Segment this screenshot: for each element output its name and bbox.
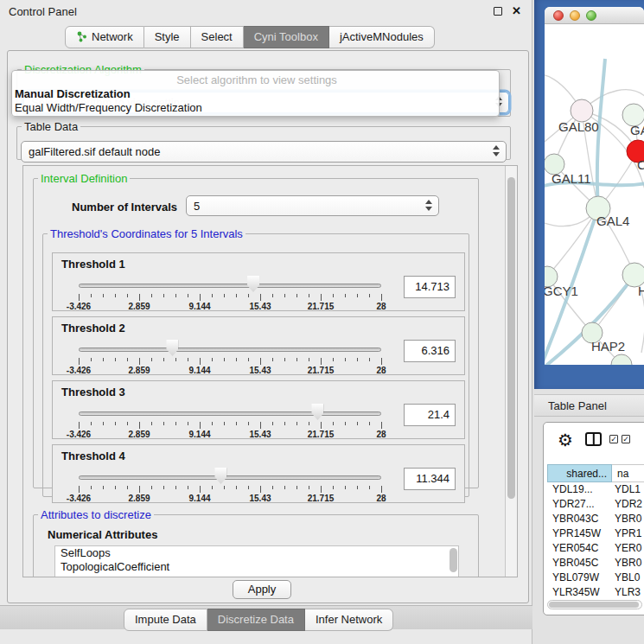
- page-title: Control Panel: [9, 5, 77, 18]
- slider-tick-label: -3.426: [60, 430, 98, 439]
- threshold-value-field[interactable]: 11.344: [404, 468, 456, 490]
- slider-tick-label: -3.426: [60, 366, 98, 375]
- node-label: GAL11: [552, 171, 591, 186]
- slider-thumb[interactable]: [311, 404, 323, 420]
- slider-thumb[interactable]: [247, 276, 259, 292]
- table-row[interactable]: YLR345WYLR3: [547, 585, 644, 600]
- table-row[interactable]: YER054CYER0: [547, 541, 644, 556]
- slider-tick: [212, 294, 213, 297]
- node-label: GCY1: [545, 284, 578, 298]
- slider-tick: [321, 294, 322, 301]
- columns-icon[interactable]: [585, 432, 602, 446]
- slider-tick: [127, 486, 128, 489]
- numerical-attributes-list[interactable]: SelfLoopsTopologicalCoefficientBetweenne…: [54, 545, 459, 577]
- column-header-shared-name[interactable]: shared...: [547, 464, 612, 482]
- table-row[interactable]: YPR145WYPR1: [547, 526, 644, 541]
- slider-tick: [345, 422, 346, 425]
- table-row[interactable]: YBR043CYBR0: [547, 512, 644, 526]
- apply-button[interactable]: Apply: [233, 580, 291, 599]
- bottom-node[interactable]: [611, 354, 632, 365]
- combo-arrows-icon: [493, 145, 500, 159]
- threshold-value-field[interactable]: 14.713: [404, 276, 456, 298]
- tab-cyni-toolbox[interactable]: Cyni Toolbox: [244, 26, 329, 48]
- slider-tick: [321, 486, 322, 493]
- cell-shared-name: YDR27...: [552, 498, 613, 510]
- mac-zoom-icon[interactable]: [586, 10, 596, 21]
- tab-discretize-data[interactable]: Discretize Data: [207, 609, 305, 631]
- list-scrollbar-thumb[interactable]: [450, 548, 457, 572]
- slider-track[interactable]: [79, 348, 381, 352]
- slider-tick: [296, 294, 297, 297]
- tab-label: Style: [155, 30, 180, 43]
- slider-tick: [284, 486, 285, 489]
- slider-tick-label: 15.43: [241, 430, 279, 439]
- tab-impute-data[interactable]: Impute Data: [124, 609, 207, 631]
- mac-close-icon[interactable]: [553, 10, 564, 21]
- slider-tick: [284, 294, 285, 297]
- slider-track[interactable]: [79, 475, 381, 480]
- gear-icon[interactable]: ⚙: [558, 430, 573, 450]
- slider-tick: [115, 422, 116, 425]
- slider-tick: [248, 486, 249, 489]
- table-row[interactable]: YBR045CYBR0: [547, 556, 644, 571]
- slider-tick-label: 28: [362, 302, 400, 311]
- column-header-name[interactable]: na: [612, 464, 644, 482]
- table-row[interactable]: YDL19...YDL1: [547, 482, 644, 497]
- cell-shared-name: YBL079W: [552, 571, 613, 583]
- table-data-select[interactable]: galFiltered.sif default node: [21, 141, 507, 163]
- table-panel-header: Table Panel: [534, 394, 644, 417]
- mac-minimize-icon[interactable]: [570, 10, 580, 21]
- attribute-list-item[interactable]: SelfLoops: [55, 546, 458, 560]
- slider-tick-label: 21.715: [302, 366, 340, 375]
- slider-tick-label: 9.144: [181, 430, 219, 439]
- node-label: H: [638, 284, 644, 298]
- number-of-intervals-select[interactable]: 5: [186, 195, 439, 216]
- vertical-scrollbar-thumb[interactable]: [507, 177, 515, 499]
- table-row[interactable]: YBL079WYBL0: [547, 571, 644, 585]
- tab-select[interactable]: Select: [191, 26, 244, 48]
- slider-tick: [91, 422, 92, 425]
- slider-tick: [163, 486, 164, 489]
- checkbox-icon[interactable]: ✓: [609, 435, 618, 443]
- cell-name: YBR0: [615, 513, 644, 525]
- horizontal-scrollbar[interactable]: [547, 600, 642, 609]
- slider-tick: [224, 422, 225, 425]
- slider-tick: [200, 294, 201, 301]
- slider-tick-label: 21.715: [302, 302, 340, 311]
- tab-jactivemnodules[interactable]: jActiveMNodules: [329, 26, 435, 48]
- tab-network[interactable]: Network: [65, 26, 144, 48]
- algorithm-dropdown-popup: Select algorithm to view settings Manual…: [11, 70, 500, 117]
- threshold-value-field[interactable]: 6.316: [404, 340, 456, 362]
- slider-tick-label: 15.43: [241, 366, 279, 375]
- slider-tick: [163, 294, 164, 297]
- slider-thumb[interactable]: [214, 468, 226, 484]
- table-row[interactable]: YDR27...YDR2: [547, 497, 644, 512]
- horizontal-scrollbar-thumb[interactable]: [549, 602, 639, 608]
- node-label: C: [637, 157, 644, 172]
- threshold-value-field[interactable]: 21.4: [404, 404, 456, 426]
- close-icon[interactable]: ✕: [512, 4, 521, 17]
- slider-tick: [333, 422, 334, 425]
- tab-style[interactable]: Style: [144, 26, 191, 48]
- dropdown-option-manual-discretization[interactable]: Manual Discretization: [12, 87, 499, 101]
- threshold-panel-3: Threshold 3-3.4262.8599.14415.4321.71528…: [52, 380, 465, 439]
- vertical-scrollbar[interactable]: [505, 166, 517, 577]
- slider-tick: [309, 486, 309, 489]
- slider-tick: [79, 294, 80, 301]
- slider-track[interactable]: [79, 284, 381, 288]
- slider-track[interactable]: [79, 411, 381, 416]
- dropdown-option-equal-width-frequency[interactable]: Equal Width/Frequency Discretization: [12, 101, 499, 115]
- slider-tick-label: 9.144: [181, 302, 219, 311]
- tab-infer-network[interactable]: Infer Network: [305, 609, 393, 631]
- network-graph[interactable]: GAL80GACGAL11GAL4GCY1HHAP2: [545, 24, 644, 365]
- attribute-list-item[interactable]: BetweennessCentrality: [55, 574, 458, 577]
- attribute-list-item[interactable]: TopologicalCoefficient: [55, 560, 458, 574]
- slider-tick: [91, 294, 92, 297]
- slider-thumb[interactable]: [166, 340, 178, 356]
- checkbox-icon[interactable]: ✓: [622, 435, 630, 443]
- slider-tick: [175, 358, 176, 361]
- float-panel-icon[interactable]: [494, 7, 502, 16]
- node-label: HAP2: [591, 339, 625, 354]
- slider-tick: [79, 486, 80, 493]
- number-of-intervals-value: 5: [194, 200, 200, 213]
